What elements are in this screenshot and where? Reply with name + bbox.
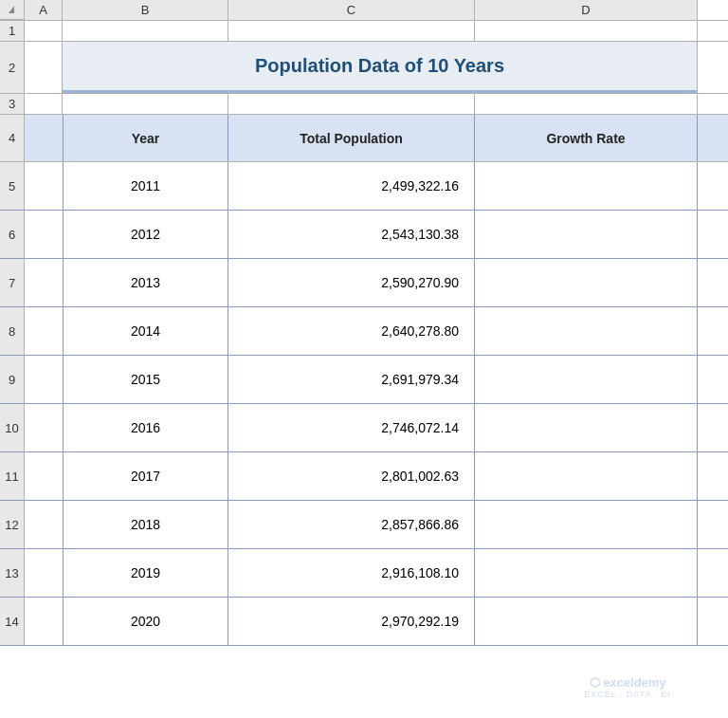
cell-13c-population[interactable]: 2,916,108.10 <box>228 549 475 597</box>
row-header-10: 10 <box>0 404 25 451</box>
cell-5a[interactable] <box>25 162 63 210</box>
cell-11c-population[interactable]: 2,801,002.63 <box>228 452 475 500</box>
cell-8a[interactable] <box>25 307 63 355</box>
header-year: Year <box>63 115 228 161</box>
row-header-5: 5 <box>0 162 25 210</box>
cell-10a[interactable] <box>25 404 63 451</box>
spreadsheet-title: Population Data of 10 Years <box>255 55 504 77</box>
cell-9d-growth[interactable] <box>475 356 698 403</box>
row-header-11: 11 <box>0 452 25 500</box>
svg-marker-0 <box>9 6 14 13</box>
row-5: 5 2011 2,499,322.16 <box>0 162 728 211</box>
watermark: ⬡ exceldemy EXCEL · DATA · BI <box>584 675 671 699</box>
header-growth: Growth Rate <box>475 115 698 161</box>
row-header-4: 4 <box>0 115 25 161</box>
cell-3b[interactable] <box>63 94 228 114</box>
cell-4a[interactable] <box>25 115 63 161</box>
row-13: 13 2019 2,916,108.10 <box>0 549 728 598</box>
cell-3a[interactable] <box>25 94 63 114</box>
cell-5d-growth[interactable] <box>475 162 698 210</box>
row-3: 3 <box>0 94 728 115</box>
row-header-14: 14 <box>0 598 25 645</box>
select-all-icon <box>7 4 18 15</box>
row-14: 14 2020 2,970,292.19 <box>0 598 728 646</box>
title-cell: Population Data of 10 Years <box>63 42 698 93</box>
row-header-6: 6 <box>0 211 25 258</box>
cell-6b-year[interactable]: 2012 <box>63 211 228 258</box>
cell-1d[interactable] <box>475 21 698 41</box>
header-population: Total Population <box>228 115 475 161</box>
cell-13b-year[interactable]: 2019 <box>63 549 228 597</box>
col-header-d[interactable]: D <box>475 0 698 20</box>
row-6: 6 2012 2,543,130.38 <box>0 211 728 259</box>
cell-3c[interactable] <box>228 94 475 114</box>
cell-10d-growth[interactable] <box>475 404 698 451</box>
cell-2a[interactable] <box>25 42 63 93</box>
row-header-9: 9 <box>0 356 25 403</box>
cell-6a[interactable] <box>25 211 63 258</box>
cell-6d-growth[interactable] <box>475 211 698 258</box>
cell-9a[interactable] <box>25 356 63 403</box>
cell-7c-population[interactable]: 2,590,270.90 <box>228 259 475 306</box>
cell-14b-year[interactable]: 2020 <box>63 598 228 645</box>
cell-13a[interactable] <box>25 549 63 597</box>
row-header-7: 7 <box>0 259 25 306</box>
cell-11d-growth[interactable] <box>475 452 698 500</box>
row-1: 1 <box>0 21 728 42</box>
row-9: 9 2015 2,691,979.34 <box>0 356 728 404</box>
row-header-12: 12 <box>0 501 25 548</box>
cell-1a[interactable] <box>25 21 63 41</box>
cell-9c-population[interactable]: 2,691,979.34 <box>228 356 475 403</box>
col-header-a[interactable]: A <box>25 0 63 20</box>
row-header-13: 13 <box>0 549 25 597</box>
cell-8d-growth[interactable] <box>475 307 698 355</box>
row-2: 2 Population Data of 10 Years <box>0 42 728 94</box>
cell-5b-year[interactable]: 2011 <box>63 162 228 210</box>
col-header-b[interactable]: B <box>63 0 228 20</box>
cell-14a[interactable] <box>25 598 63 645</box>
cell-12a[interactable] <box>25 501 63 548</box>
cell-9b-year[interactable]: 2015 <box>63 356 228 403</box>
row-12: 12 2018 2,857,866.86 <box>0 501 728 549</box>
row-10: 10 2016 2,746,072.14 <box>0 404 728 452</box>
cell-10c-population[interactable]: 2,746,072.14 <box>228 404 475 451</box>
cell-6c-population[interactable]: 2,543,130.38 <box>228 211 475 258</box>
spreadsheet: A B C D 1 2 Population Data of 10 Years … <box>0 0 728 718</box>
cell-10b-year[interactable]: 2016 <box>63 404 228 451</box>
row-header-1: 1 <box>0 21 25 41</box>
cell-5c-population[interactable]: 2,499,322.16 <box>228 162 475 210</box>
cell-14d-growth[interactable] <box>475 598 698 645</box>
cell-11b-year[interactable]: 2017 <box>63 452 228 500</box>
row-header-2: 2 <box>0 42 25 93</box>
row-7: 7 2013 2,590,270.90 <box>0 259 728 307</box>
row-header-8: 8 <box>0 307 25 355</box>
cell-3d[interactable] <box>475 94 698 114</box>
row-header-3: 3 <box>0 94 25 114</box>
cell-13d-growth[interactable] <box>475 549 698 597</box>
cell-8c-population[interactable]: 2,640,278.80 <box>228 307 475 355</box>
cell-1b[interactable] <box>63 21 228 41</box>
row-11: 11 2017 2,801,002.63 <box>0 452 728 501</box>
corner-cell <box>0 0 25 20</box>
cell-12b-year[interactable]: 2018 <box>63 501 228 548</box>
cell-1c[interactable] <box>228 21 475 41</box>
cell-7a[interactable] <box>25 259 63 306</box>
cell-11a[interactable] <box>25 452 63 500</box>
cell-8b-year[interactable]: 2014 <box>63 307 228 355</box>
column-headers-row: A B C D <box>0 0 728 21</box>
cell-7d-growth[interactable] <box>475 259 698 306</box>
row-4-headers: 4 Year Total Population Growth Rate <box>0 115 728 162</box>
cell-12c-population[interactable]: 2,857,866.86 <box>228 501 475 548</box>
row-8: 8 2014 2,640,278.80 <box>0 307 728 356</box>
cell-12d-growth[interactable] <box>475 501 698 548</box>
cell-7b-year[interactable]: 2013 <box>63 259 228 306</box>
data-rows: 5 2011 2,499,322.16 6 2012 2,543,130.38 … <box>0 162 728 646</box>
cell-14c-population[interactable]: 2,970,292.19 <box>228 598 475 645</box>
col-header-c[interactable]: C <box>228 0 475 20</box>
